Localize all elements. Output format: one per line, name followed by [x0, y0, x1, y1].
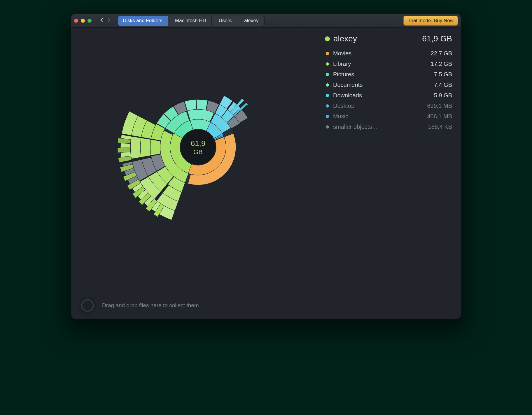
chart-center-unit: GB: [193, 148, 203, 156]
breadcrumb-label: alexey: [244, 18, 258, 24]
app-window: Disks and Folders Macintosh HD Users ale…: [71, 14, 461, 319]
item-color-icon: [326, 115, 329, 118]
breadcrumb-item[interactable]: Macintosh HD: [168, 16, 211, 26]
forward-button: [106, 17, 112, 25]
list-item[interactable]: smaller objects…188,4 KB: [325, 122, 452, 131]
toolbar: Disks and Folders Macintosh HD Users ale…: [71, 14, 461, 28]
sidebar-header[interactable]: alexey 61,9 GB: [325, 34, 452, 43]
list-item[interactable]: Desktop699,1 MB: [325, 101, 452, 110]
item-name: smaller objects…: [333, 122, 378, 131]
item-color-icon: [326, 52, 329, 55]
folder-name: alexey: [333, 34, 357, 43]
item-size: 188,4 KB: [428, 122, 452, 131]
item-size: 699,1 MB: [427, 101, 452, 110]
folder-color-icon: [325, 36, 330, 41]
main-area: 61,9GB alexey 61,9 GB Movies22,7 GBLibra…: [71, 28, 461, 292]
drop-hint: Drag and drop files here to collect them: [102, 302, 199, 309]
list-item[interactable]: Pictures7,5 GB: [325, 70, 452, 79]
chart-center-value: 61,9: [191, 139, 206, 148]
item-color-icon: [326, 104, 329, 108]
trial-label: Trial mode. Buy Now: [408, 18, 454, 24]
history-nav: [99, 17, 112, 25]
item-color-icon: [326, 83, 329, 87]
breadcrumb-label: Macintosh HD: [175, 18, 206, 24]
sunburst-chart[interactable]: 61,9GB: [71, 28, 325, 292]
minimize-icon[interactable]: [81, 19, 85, 23]
item-name: Movies: [333, 49, 351, 58]
item-name: Downloads: [333, 91, 362, 100]
back-button[interactable]: [99, 17, 105, 25]
drop-target-bar[interactable]: Drag and drop files here to collect them: [71, 292, 461, 319]
breadcrumb-item[interactable]: Users: [211, 16, 237, 26]
item-name: Desktop: [333, 101, 354, 110]
item-size: 22,7 GB: [431, 49, 452, 58]
list-item[interactable]: Music406,1 MB: [325, 112, 452, 121]
drop-target-icon: [79, 297, 96, 314]
item-size: 5,9 GB: [434, 91, 452, 100]
list-item[interactable]: Library17,2 GB: [325, 59, 452, 68]
breadcrumb-item[interactable]: alexey: [237, 16, 265, 26]
close-icon[interactable]: [74, 19, 78, 23]
breadcrumb-label: Users: [219, 18, 232, 24]
item-size: 17,2 GB: [431, 59, 452, 68]
item-name: Library: [333, 59, 351, 68]
folder-size: 61,9 GB: [422, 34, 452, 43]
item-name: Pictures: [333, 70, 354, 79]
item-color-icon: [326, 125, 329, 129]
list-item[interactable]: Movies22,7 GB: [325, 49, 452, 58]
item-size: 406,1 MB: [427, 112, 452, 121]
breadcrumb: Disks and Folders Macintosh HD Users ale…: [118, 16, 265, 26]
sidebar: alexey 61,9 GB Movies22,7 GBLibrary17,2 …: [325, 28, 461, 292]
trial-buy-button[interactable]: Trial mode. Buy Now: [403, 16, 458, 26]
item-name: Music: [333, 112, 348, 121]
list-item[interactable]: Documents7,4 GB: [325, 80, 452, 89]
breadcrumb-root[interactable]: Disks and Folders: [118, 16, 168, 26]
window-controls: [74, 19, 92, 23]
list-item[interactable]: Downloads5,9 GB: [325, 91, 452, 100]
item-color-icon: [326, 73, 329, 76]
item-size: 7,5 GB: [434, 70, 452, 79]
breadcrumb-label: Disks and Folders: [123, 18, 162, 24]
item-color-icon: [326, 94, 329, 97]
folder-list: Movies22,7 GBLibrary17,2 GBPictures7,5 G…: [325, 49, 452, 131]
item-color-icon: [326, 62, 329, 66]
item-name: Documents: [333, 80, 363, 89]
item-size: 7,4 GB: [434, 80, 452, 89]
fullscreen-icon[interactable]: [88, 19, 92, 23]
